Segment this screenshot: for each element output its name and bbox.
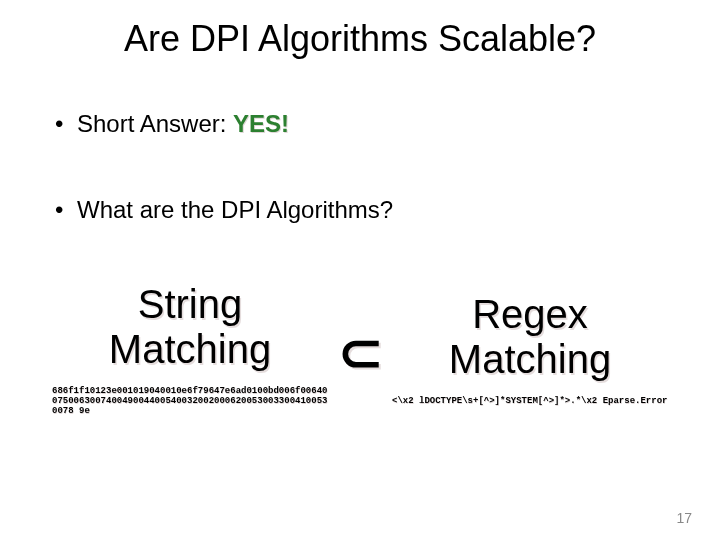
slide-number: 17 bbox=[676, 510, 692, 526]
bullet-list: Short Answer: YES! What are the DPI Algo… bbox=[0, 60, 720, 224]
string-code: 686f1f10123e001019040010e6f79647e6ad0100… bbox=[50, 386, 330, 417]
regex-matching-block: Regex Matching <\x2 lDOCTYPE\s+[^>]*SYST… bbox=[390, 292, 670, 406]
string-matching-block: String Matching 686f1f10123e001019040010… bbox=[50, 282, 330, 417]
string-line1: String bbox=[50, 282, 330, 327]
subset-icon: ⊂ bbox=[338, 315, 383, 384]
regex-line2: Matching bbox=[390, 337, 670, 382]
regex-code: <\x2 lDOCTYPE\s+[^>]*SYSTEM[^>]*>.*\x2 E… bbox=[390, 396, 670, 406]
slide-title: Are DPI Algorithms Scalable? bbox=[0, 0, 720, 60]
short-answer-yes: YES! bbox=[233, 110, 289, 137]
string-matching-title: String Matching bbox=[50, 282, 330, 372]
regex-line1: Regex bbox=[390, 292, 670, 337]
regex-matching-title: Regex Matching bbox=[390, 292, 670, 382]
bullet-question: What are the DPI Algorithms? bbox=[55, 196, 720, 224]
string-line2: Matching bbox=[50, 327, 330, 372]
bullet-short-answer: Short Answer: YES! bbox=[55, 110, 720, 138]
short-answer-prefix: Short Answer: bbox=[77, 110, 233, 137]
matching-row: String Matching 686f1f10123e001019040010… bbox=[0, 282, 720, 417]
